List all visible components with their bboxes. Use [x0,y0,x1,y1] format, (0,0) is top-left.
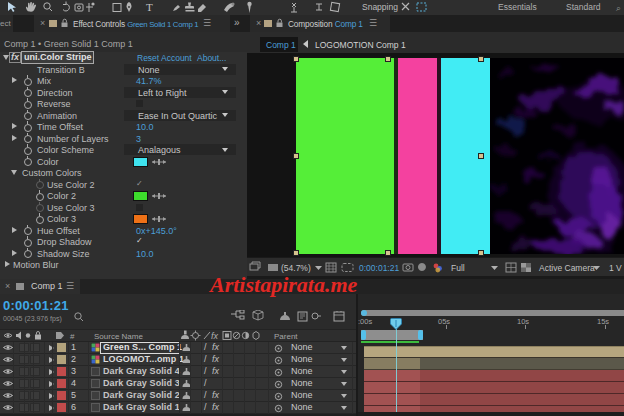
svg-text:fx: fx [211,331,219,341]
svg-text:1 V: 1 V [609,263,622,273]
svg-text:T: T [146,1,153,13]
svg-text:#: # [70,332,75,341]
svg-text:Standard: Standard [566,2,601,12]
svg-text:(54.7%): (54.7%) [281,263,311,273]
svg-text:Source Name: Source Name [94,332,143,341]
svg-text:Full: Full [451,263,465,273]
svg-text:Essentials: Essentials [498,2,537,12]
svg-text:Active Camera: Active Camera [539,263,595,273]
svg-text:Snapping: Snapping [362,2,398,12]
svg-text:⌕: ⌕ [616,3,621,13]
svg-text:Parent: Parent [274,332,298,341]
svg-text:0:00:01:21: 0:00:01:21 [359,263,399,273]
